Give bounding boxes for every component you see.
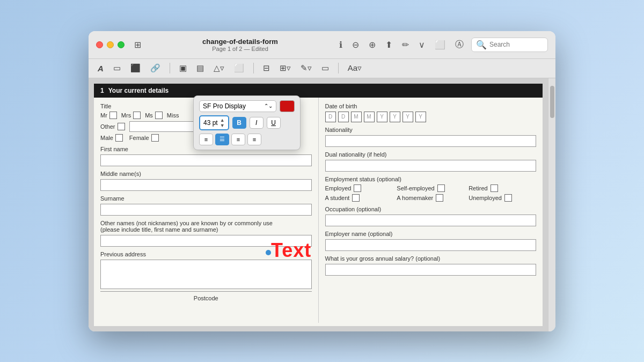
- female-label: Female: [129, 135, 149, 141]
- emp-self-employed-label: Self-employed: [397, 185, 434, 191]
- font-name-label: SF Pro Display: [203, 102, 246, 110]
- title-other-label: Other: [100, 123, 115, 130]
- previous-address-label: Previous address: [100, 251, 312, 257]
- popup-row-align: ≡ ☰ ≡ ≡: [199, 134, 295, 145]
- salary-label: What is your gross annual salary? (optio…: [325, 255, 537, 262]
- dob-y1: Y: [377, 112, 387, 122]
- emp-unemployed-label: Unemployed: [469, 195, 502, 201]
- page-icon[interactable]: ▭: [319, 62, 332, 75]
- title-mrs-checkbox[interactable]: [133, 112, 141, 119]
- title-mr: Mr: [100, 112, 117, 119]
- resize-icon[interactable]: ⬜: [231, 62, 247, 75]
- layout-icon[interactable]: ⊟: [260, 62, 273, 75]
- title-ms-checkbox[interactable]: [155, 112, 163, 119]
- share-icon[interactable]: ⬆: [383, 39, 394, 51]
- format-popup: SF Pro Display ⌃⌄ 43 pt ▲ ▼: [193, 95, 301, 150]
- title-mrs: Mrs: [121, 112, 141, 119]
- toolbar: A ▭ ⬛ 🔗 ▣ ▤ △▿ ⬜ ⊟ ⊞▿ ✎▿ ▭ Aa▿: [89, 59, 555, 78]
- male-label: Male: [100, 135, 113, 141]
- minimize-button[interactable]: [107, 41, 114, 48]
- dual-nationality-label: Dual nationality (if held): [325, 151, 537, 158]
- title-other: Other: [100, 123, 125, 130]
- female-checkbox[interactable]: [151, 134, 159, 142]
- grid-icon[interactable]: ⊞▿: [277, 62, 294, 75]
- first-name-input[interactable]: [100, 154, 312, 166]
- align-center-button[interactable]: ☰: [215, 134, 229, 145]
- close-button[interactable]: [96, 41, 103, 48]
- gender-male: Male: [100, 134, 123, 142]
- nationality-label: Nationality: [325, 127, 537, 133]
- chevron-down-icon[interactable]: ∨: [416, 39, 427, 51]
- document-title: change-of-details-form: [202, 38, 278, 46]
- dob-y2: Y: [390, 112, 400, 122]
- emp-homemaker-checkbox[interactable]: [436, 194, 443, 202]
- title-miss-label: Miss: [167, 112, 179, 119]
- italic-button[interactable]: I: [250, 117, 264, 129]
- edit-icon[interactable]: ✎▿: [298, 62, 314, 75]
- divider3: [338, 63, 339, 73]
- male-checkbox[interactable]: [115, 134, 123, 142]
- font-size-stepper[interactable]: ▲ ▼: [220, 117, 225, 128]
- color-swatch[interactable]: [280, 100, 295, 112]
- document-subtitle: Page 1 of 2 — Edited: [212, 46, 268, 52]
- search-box[interactable]: 🔍: [471, 38, 548, 52]
- title-mr-label: Mr: [100, 112, 107, 119]
- text-tool-icon[interactable]: A: [95, 62, 106, 75]
- titlebar: ⊞ change-of-details-form Page 1 of 2 — E…: [89, 31, 555, 59]
- section-number: 1: [100, 87, 104, 94]
- dob-d1: D: [325, 112, 336, 122]
- section-title: Your current details: [108, 87, 169, 94]
- dob-label: Date of birth: [325, 103, 537, 109]
- middle-name-label: Middle name(s): [100, 171, 312, 177]
- image-icon[interactable]: ⬛: [128, 62, 143, 75]
- underline-button[interactable]: U: [267, 117, 281, 129]
- emp-homemaker: A homemaker: [397, 194, 464, 202]
- select-icon[interactable]: ▭: [111, 62, 123, 75]
- employer-input[interactable]: [325, 239, 537, 251]
- pencil-icon[interactable]: ✏: [400, 39, 411, 51]
- align-left-button[interactable]: ≡: [199, 134, 213, 145]
- emp-student-checkbox[interactable]: [352, 194, 360, 202]
- scrollbar-thumb[interactable]: [550, 86, 554, 118]
- title-mr-checkbox[interactable]: [109, 112, 117, 119]
- search-input[interactable]: [489, 41, 543, 48]
- employer-label: Employer name (optional): [325, 231, 537, 237]
- divider2: [253, 63, 254, 73]
- emp-employed-checkbox[interactable]: [354, 184, 361, 192]
- cursor-dot: [266, 250, 271, 255]
- nationality-input[interactable]: [325, 135, 537, 147]
- media-icon[interactable]: ▤: [194, 62, 207, 75]
- scrollbar-track: [548, 78, 555, 331]
- align-justify-button[interactable]: ≡: [247, 134, 261, 145]
- title-other-checkbox[interactable]: [118, 123, 125, 130]
- shape-icon[interactable]: △▿: [211, 62, 227, 75]
- sidebar-toggle-icon[interactable]: ⊞: [132, 39, 143, 51]
- zoom-out-icon[interactable]: ⊖: [350, 39, 361, 51]
- bold-button[interactable]: B: [232, 117, 246, 129]
- stamp-icon[interactable]: ▣: [177, 62, 189, 75]
- text-format-icon[interactable]: Aa▿: [345, 62, 364, 75]
- font-size-box[interactable]: 43 pt ▲ ▼: [199, 115, 229, 130]
- link-icon[interactable]: 🔗: [148, 62, 163, 75]
- title-ms: Ms: [145, 112, 163, 119]
- occupation-input[interactable]: [325, 215, 537, 226]
- emp-self-employed-checkbox[interactable]: [437, 184, 445, 192]
- middle-name-input[interactable]: [100, 179, 312, 191]
- box-icon[interactable]: ⬜: [433, 39, 448, 51]
- occupation-label: Occupation (optional): [325, 206, 537, 212]
- other-names-input[interactable]: [100, 235, 312, 247]
- align-right-button[interactable]: ≡: [231, 134, 245, 145]
- surname-input[interactable]: [100, 204, 312, 216]
- maximize-button[interactable]: [118, 41, 125, 48]
- salary-input[interactable]: [325, 264, 537, 276]
- emp-unemployed-checkbox[interactable]: [504, 194, 512, 202]
- info-icon[interactable]: ℹ: [337, 39, 345, 51]
- dual-nationality-input[interactable]: [325, 160, 537, 172]
- underline-label: U: [271, 119, 276, 127]
- zoom-in-icon[interactable]: ⊕: [367, 39, 378, 51]
- dob-d2: D: [338, 112, 349, 122]
- font-name-select[interactable]: SF Pro Display ⌃⌄: [199, 100, 276, 112]
- previous-address-input[interactable]: [100, 260, 312, 289]
- annotate-icon[interactable]: Ⓐ: [453, 38, 466, 51]
- emp-retired-checkbox[interactable]: [491, 184, 498, 192]
